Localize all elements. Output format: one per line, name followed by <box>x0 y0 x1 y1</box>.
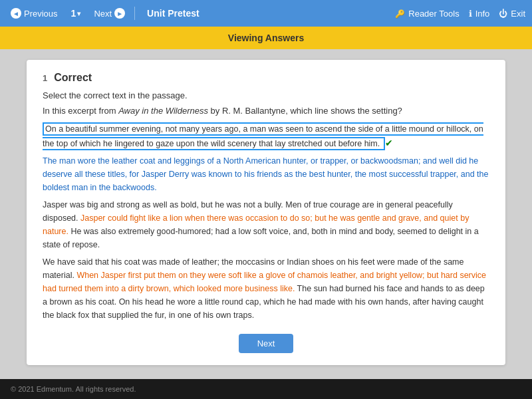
key-icon <box>395 9 405 19</box>
exit-label: Exit <box>511 9 525 19</box>
passage-intro: In this excerpt from Away in the Wildern… <box>43 106 489 116</box>
info-icon <box>469 9 472 19</box>
unit-title: Unit Pretest <box>147 8 395 19</box>
exit-icon <box>499 9 507 19</box>
paragraph-4: We have said that his coat was made of l… <box>43 255 489 322</box>
next-icon: ► <box>114 8 125 19</box>
nav-right: Reader Tools Info Exit <box>395 9 525 19</box>
next-nav-label: Next <box>94 9 112 19</box>
passage-text: On a beautiful summer evening, not many … <box>43 122 489 322</box>
chevron-down-icon: ▾ <box>77 10 80 17</box>
checkmark-icon: ✔ <box>385 138 393 148</box>
top-navigation: ◄ Previous 1 ▾ Next ► Unit Pretest Reade… <box>0 0 532 27</box>
selected-text-content: On a beautiful summer evening, not many … <box>43 124 483 148</box>
reader-tools-label: Reader Tools <box>408 9 459 19</box>
question-card: 1 Correct Select the correct text in the… <box>27 60 505 365</box>
info-label: Info <box>475 9 490 19</box>
question-status: Correct <box>54 72 92 84</box>
next-button[interactable]: Next <box>239 334 294 353</box>
divider <box>134 7 135 20</box>
footer-copyright: © 2021 Edmentum. All rights reserved. <box>11 385 136 393</box>
main-area: 1 Correct Select the correct text in the… <box>0 49 532 379</box>
selected-answer-sentence: On a beautiful summer evening, not many … <box>43 122 483 150</box>
question-instruction: Select the correct text in the passage. <box>43 90 489 100</box>
question-number: 1 <box>71 8 76 19</box>
previous-icon: ◄ <box>11 8 21 19</box>
info-button[interactable]: Info <box>469 9 490 19</box>
paragraph-1: On a beautiful summer evening, not many … <box>43 122 489 150</box>
paragraph-2: The man wore the leather coat and leggin… <box>43 154 489 194</box>
nav-left: ◄ Previous 1 ▾ Next ► Unit Pretest <box>7 7 395 20</box>
subheader: Viewing Answers <box>0 27 532 49</box>
question-header: 1 Correct <box>43 72 489 84</box>
next-nav-button[interactable]: Next ► <box>90 7 129 20</box>
paragraph3-suffix: He was also extremely good-humored; had … <box>43 227 479 249</box>
question-number-display: 1 ▾ <box>71 8 81 19</box>
reader-tools-button[interactable]: Reader Tools <box>395 9 459 19</box>
subheader-title: Viewing Answers <box>228 33 304 43</box>
question-number-label: 1 <box>43 73 47 83</box>
paragraph-3: Jasper was big and strong as well as bol… <box>43 198 489 251</box>
footer: © 2021 Edmentum. All rights reserved. <box>0 379 532 399</box>
previous-label: Previous <box>24 9 58 19</box>
previous-button[interactable]: ◄ Previous <box>7 7 62 20</box>
exit-button[interactable]: Exit <box>499 9 525 19</box>
